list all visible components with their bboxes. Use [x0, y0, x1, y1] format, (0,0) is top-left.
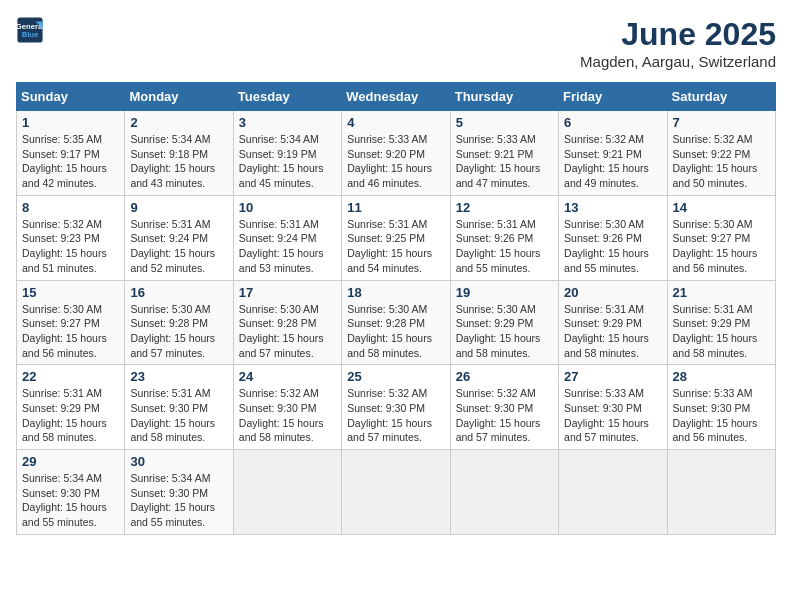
day-number: 28 [673, 369, 770, 384]
day-info: Sunrise: 5:31 AMSunset: 9:25 PMDaylight:… [347, 217, 444, 276]
day-number: 12 [456, 200, 553, 215]
col-saturday: Saturday [667, 83, 775, 111]
table-row [559, 450, 667, 535]
day-number: 3 [239, 115, 336, 130]
col-sunday: Sunday [17, 83, 125, 111]
table-row: 11Sunrise: 5:31 AMSunset: 9:25 PMDayligh… [342, 195, 450, 280]
day-info: Sunrise: 5:31 AMSunset: 9:24 PMDaylight:… [130, 217, 227, 276]
page-subtitle: Magden, Aargau, Switzerland [580, 53, 776, 70]
day-number: 9 [130, 200, 227, 215]
calendar-week-row: 22Sunrise: 5:31 AMSunset: 9:29 PMDayligh… [17, 365, 776, 450]
header: General Blue June 2025 Magden, Aargau, S… [16, 16, 776, 70]
table-row: 18Sunrise: 5:30 AMSunset: 9:28 PMDayligh… [342, 280, 450, 365]
col-thursday: Thursday [450, 83, 558, 111]
day-info: Sunrise: 5:34 AMSunset: 9:19 PMDaylight:… [239, 132, 336, 191]
day-info: Sunrise: 5:32 AMSunset: 9:30 PMDaylight:… [239, 386, 336, 445]
day-number: 26 [456, 369, 553, 384]
table-row: 19Sunrise: 5:30 AMSunset: 9:29 PMDayligh… [450, 280, 558, 365]
table-row [450, 450, 558, 535]
table-row: 21Sunrise: 5:31 AMSunset: 9:29 PMDayligh… [667, 280, 775, 365]
calendar-week-row: 15Sunrise: 5:30 AMSunset: 9:27 PMDayligh… [17, 280, 776, 365]
day-number: 6 [564, 115, 661, 130]
day-info: Sunrise: 5:32 AMSunset: 9:23 PMDaylight:… [22, 217, 119, 276]
table-row: 25Sunrise: 5:32 AMSunset: 9:30 PMDayligh… [342, 365, 450, 450]
table-row: 16Sunrise: 5:30 AMSunset: 9:28 PMDayligh… [125, 280, 233, 365]
day-info: Sunrise: 5:33 AMSunset: 9:30 PMDaylight:… [564, 386, 661, 445]
day-info: Sunrise: 5:32 AMSunset: 9:30 PMDaylight:… [456, 386, 553, 445]
table-row: 5Sunrise: 5:33 AMSunset: 9:21 PMDaylight… [450, 111, 558, 196]
svg-text:Blue: Blue [22, 30, 39, 39]
table-row: 3Sunrise: 5:34 AMSunset: 9:19 PMDaylight… [233, 111, 341, 196]
table-row: 22Sunrise: 5:31 AMSunset: 9:29 PMDayligh… [17, 365, 125, 450]
table-row: 17Sunrise: 5:30 AMSunset: 9:28 PMDayligh… [233, 280, 341, 365]
calendar-week-row: 1Sunrise: 5:35 AMSunset: 9:17 PMDaylight… [17, 111, 776, 196]
day-number: 30 [130, 454, 227, 469]
day-info: Sunrise: 5:30 AMSunset: 9:28 PMDaylight:… [347, 302, 444, 361]
table-row [667, 450, 775, 535]
table-row: 29Sunrise: 5:34 AMSunset: 9:30 PMDayligh… [17, 450, 125, 535]
table-row: 2Sunrise: 5:34 AMSunset: 9:18 PMDaylight… [125, 111, 233, 196]
day-info: Sunrise: 5:35 AMSunset: 9:17 PMDaylight:… [22, 132, 119, 191]
day-info: Sunrise: 5:33 AMSunset: 9:21 PMDaylight:… [456, 132, 553, 191]
table-row: 12Sunrise: 5:31 AMSunset: 9:26 PMDayligh… [450, 195, 558, 280]
day-number: 25 [347, 369, 444, 384]
table-row [233, 450, 341, 535]
col-monday: Monday [125, 83, 233, 111]
table-row: 13Sunrise: 5:30 AMSunset: 9:26 PMDayligh… [559, 195, 667, 280]
day-number: 17 [239, 285, 336, 300]
day-info: Sunrise: 5:30 AMSunset: 9:27 PMDaylight:… [22, 302, 119, 361]
table-row: 26Sunrise: 5:32 AMSunset: 9:30 PMDayligh… [450, 365, 558, 450]
table-row: 6Sunrise: 5:32 AMSunset: 9:21 PMDaylight… [559, 111, 667, 196]
table-row: 27Sunrise: 5:33 AMSunset: 9:30 PMDayligh… [559, 365, 667, 450]
table-row: 1Sunrise: 5:35 AMSunset: 9:17 PMDaylight… [17, 111, 125, 196]
day-number: 23 [130, 369, 227, 384]
day-number: 21 [673, 285, 770, 300]
table-row [342, 450, 450, 535]
day-number: 4 [347, 115, 444, 130]
table-row: 10Sunrise: 5:31 AMSunset: 9:24 PMDayligh… [233, 195, 341, 280]
day-info: Sunrise: 5:30 AMSunset: 9:29 PMDaylight:… [456, 302, 553, 361]
day-info: Sunrise: 5:30 AMSunset: 9:26 PMDaylight:… [564, 217, 661, 276]
table-row: 7Sunrise: 5:32 AMSunset: 9:22 PMDaylight… [667, 111, 775, 196]
day-info: Sunrise: 5:30 AMSunset: 9:28 PMDaylight:… [239, 302, 336, 361]
day-info: Sunrise: 5:33 AMSunset: 9:30 PMDaylight:… [673, 386, 770, 445]
day-info: Sunrise: 5:33 AMSunset: 9:20 PMDaylight:… [347, 132, 444, 191]
day-number: 7 [673, 115, 770, 130]
day-info: Sunrise: 5:32 AMSunset: 9:30 PMDaylight:… [347, 386, 444, 445]
table-row: 9Sunrise: 5:31 AMSunset: 9:24 PMDaylight… [125, 195, 233, 280]
day-number: 22 [22, 369, 119, 384]
day-info: Sunrise: 5:31 AMSunset: 9:29 PMDaylight:… [673, 302, 770, 361]
day-number: 2 [130, 115, 227, 130]
day-info: Sunrise: 5:32 AMSunset: 9:22 PMDaylight:… [673, 132, 770, 191]
calendar-header-row: Sunday Monday Tuesday Wednesday Thursday… [17, 83, 776, 111]
day-number: 8 [22, 200, 119, 215]
day-number: 18 [347, 285, 444, 300]
day-info: Sunrise: 5:31 AMSunset: 9:30 PMDaylight:… [130, 386, 227, 445]
table-row: 14Sunrise: 5:30 AMSunset: 9:27 PMDayligh… [667, 195, 775, 280]
day-number: 14 [673, 200, 770, 215]
day-info: Sunrise: 5:30 AMSunset: 9:27 PMDaylight:… [673, 217, 770, 276]
table-row: 8Sunrise: 5:32 AMSunset: 9:23 PMDaylight… [17, 195, 125, 280]
page-title: June 2025 [580, 16, 776, 53]
day-number: 1 [22, 115, 119, 130]
table-row: 15Sunrise: 5:30 AMSunset: 9:27 PMDayligh… [17, 280, 125, 365]
calendar-week-row: 8Sunrise: 5:32 AMSunset: 9:23 PMDaylight… [17, 195, 776, 280]
table-row: 24Sunrise: 5:32 AMSunset: 9:30 PMDayligh… [233, 365, 341, 450]
day-info: Sunrise: 5:34 AMSunset: 9:30 PMDaylight:… [22, 471, 119, 530]
table-row: 20Sunrise: 5:31 AMSunset: 9:29 PMDayligh… [559, 280, 667, 365]
day-info: Sunrise: 5:31 AMSunset: 9:26 PMDaylight:… [456, 217, 553, 276]
logo: General Blue [16, 16, 44, 44]
col-friday: Friday [559, 83, 667, 111]
title-area: June 2025 Magden, Aargau, Switzerland [580, 16, 776, 70]
day-number: 10 [239, 200, 336, 215]
day-info: Sunrise: 5:32 AMSunset: 9:21 PMDaylight:… [564, 132, 661, 191]
day-number: 27 [564, 369, 661, 384]
table-row: 23Sunrise: 5:31 AMSunset: 9:30 PMDayligh… [125, 365, 233, 450]
table-row: 30Sunrise: 5:34 AMSunset: 9:30 PMDayligh… [125, 450, 233, 535]
col-wednesday: Wednesday [342, 83, 450, 111]
table-row: 28Sunrise: 5:33 AMSunset: 9:30 PMDayligh… [667, 365, 775, 450]
day-info: Sunrise: 5:31 AMSunset: 9:29 PMDaylight:… [564, 302, 661, 361]
col-tuesday: Tuesday [233, 83, 341, 111]
day-number: 5 [456, 115, 553, 130]
day-number: 24 [239, 369, 336, 384]
